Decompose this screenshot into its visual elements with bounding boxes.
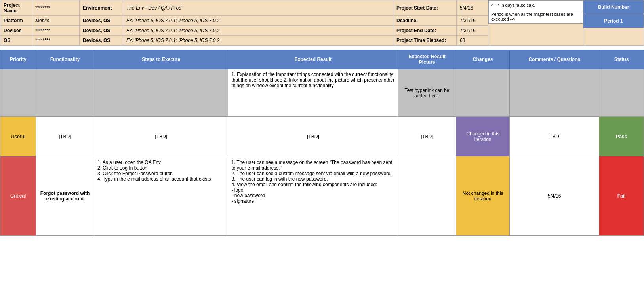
project-start-date-label: Project Start Date:: [393, 0, 457, 16]
auto-calc-text: <-- * in days /auto calc/: [488, 0, 583, 10]
devices-os-label1: Devices, OS: [80, 16, 123, 26]
project-time-elapsed-label: Project Time Elapsed:: [393, 36, 457, 46]
environment-label: Environment: [80, 0, 123, 16]
row1-expected-picture: Test hyperlink can be added here.: [398, 69, 456, 117]
col-status: Status: [599, 50, 644, 69]
row1-changes: [456, 69, 509, 117]
devices-os-value1: Ex. iPhone 5, iOS 7.0.1; iPhone 5, iOS 7…: [123, 16, 393, 26]
row2-expected-result: [TBD]: [228, 117, 398, 156]
col-comments: Comments / Questions: [510, 50, 599, 69]
project-time-elapsed-value: 63: [457, 36, 488, 46]
row3-expected-picture: [398, 156, 456, 236]
os-value: ********: [32, 36, 80, 46]
platform-label: Platform: [0, 16, 32, 26]
devices-label: Devices: [0, 26, 32, 36]
col-functionality: Functionality: [36, 50, 94, 69]
table-row: Critical Forgot password with existing a…: [0, 156, 644, 236]
col-expected-result: Expected Result: [228, 50, 398, 69]
os-label: OS: [0, 36, 32, 46]
row2-priority: Useful: [0, 117, 36, 156]
col-priority: Priority: [0, 50, 36, 69]
row2-expected-picture: [TBD]: [398, 117, 456, 156]
row1-functionality: [36, 69, 94, 117]
table-row: 1. Explanation of the important things c…: [0, 69, 644, 117]
project-name-value: ********: [32, 0, 80, 16]
row2-steps: [TBD]: [94, 117, 228, 156]
devices-os-label2: Devices, OS: [80, 26, 123, 36]
period-label: Period 1: [583, 14, 644, 28]
devices-os-value3: Ex. iPhone 5, iOS 7.0.1; iPhone 5, iOS 7…: [123, 36, 393, 46]
row2-changes: Changed in this iteration: [456, 117, 509, 156]
row1-steps: [94, 69, 228, 117]
col-expected-result-picture: Expected Result Picture: [398, 50, 456, 69]
row3-expected-result: 1. The user can see a message on the scr…: [228, 156, 398, 236]
row3-priority: Critical: [0, 156, 36, 236]
row1-comments: [510, 69, 599, 117]
build-number-label: Build Number: [583, 0, 644, 14]
devices-value: ********: [32, 26, 80, 36]
row1-priority: [0, 69, 36, 117]
row3-comments: 5/4/16: [510, 156, 599, 236]
period-desc-text: Period is when all the major test cases …: [488, 10, 583, 24]
col-changes: Changes: [456, 50, 509, 69]
deadline-value: 7/31/16: [457, 16, 488, 26]
main-table: Priority Functionality Steps to Execute …: [0, 50, 644, 236]
row2-comments: [TBD]: [510, 117, 599, 156]
row3-functionality: Forgot password with existing account: [36, 156, 94, 236]
environment-value: The Env - Dev / QA / Prod: [123, 0, 393, 16]
row2-status: Pass: [599, 117, 644, 156]
project-end-date-label: Project End Date:: [393, 26, 457, 36]
deadline-label: Deadline:: [393, 16, 457, 26]
row2-functionality: [TBD]: [36, 117, 94, 156]
row1-expected-result: 1. Explanation of the important things c…: [228, 69, 398, 117]
header-table: Project Name ******** Environment The En…: [0, 0, 644, 46]
row3-steps: 1. As a user, open the QA Env 2. Click t…: [94, 156, 228, 236]
row3-status: Fail: [599, 156, 644, 236]
project-name-label: Project Name: [0, 0, 32, 16]
row3-changes: Not changed in this iteration: [456, 156, 509, 236]
devices-os-label3: Devices, OS: [80, 36, 123, 46]
table-row: Useful [TBD] [TBD] [TBD] [TBD] Changed i…: [0, 117, 644, 156]
project-end-date-value: 7/31/16: [457, 26, 488, 36]
devices-os-value2: Ex. iPhone 5, iOS 7.0.1; iPhone 5, iOS 7…: [123, 26, 393, 36]
platform-value: Mobile: [32, 16, 80, 26]
row1-status: [599, 69, 644, 117]
col-steps: Steps to Execute: [94, 50, 228, 69]
project-start-date-value: 5/4/16: [457, 0, 488, 16]
